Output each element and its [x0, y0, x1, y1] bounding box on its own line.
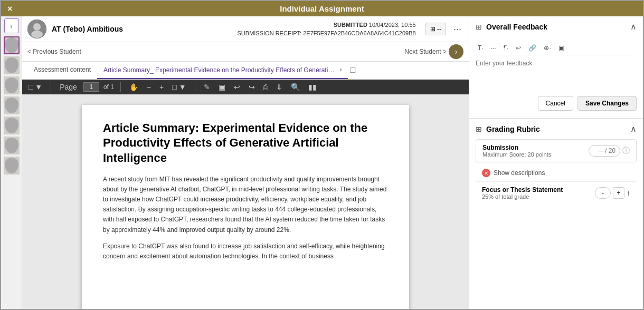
- cancel-button[interactable]: Cancel: [538, 96, 573, 111]
- window-title: Individual Assignment: [280, 4, 364, 13]
- nav-bar: < Previous Student Next Student > ›: [22, 42, 469, 62]
- focus-score-box[interactable]: -: [595, 187, 611, 199]
- receipt-label: SUBMISSION RECEIPT:: [238, 30, 302, 36]
- panel-toggle-button[interactable]: □ ▼: [26, 82, 44, 92]
- receipt-value: 2E7F5E97FA2B46CDA6A8A64C41C209B8: [303, 30, 415, 36]
- focus-info: Focus or Thesis Statement 25% of total g…: [482, 186, 595, 200]
- submitted-info: SUBMITTED 10/04/2023, 10:55 SUBMISSION R…: [238, 21, 416, 38]
- tab-chevron-icon: ›: [339, 66, 342, 73]
- feedback-editor: T· ··· ¶· ↩ 🔗 ⊕· ▣ Cancel Save Changes: [469, 37, 643, 118]
- submitted-label: SUBMITTED: [334, 22, 367, 28]
- thumbnail-2[interactable]: [4, 56, 20, 74]
- submission-max: Maximum Score: 20 points: [482, 151, 589, 158]
- rubric-section-icon: ⊞: [476, 125, 482, 133]
- grid-button[interactable]: ▮▮: [306, 82, 319, 92]
- svg-point-2: [31, 31, 43, 38]
- tabs-bar: Assessment content Article Summary_ Expe…: [22, 62, 469, 80]
- avatar: [27, 20, 46, 38]
- tab-article-summary[interactable]: Article Summary_ Experimental Evidence o…: [97, 62, 348, 79]
- at-mention-button[interactable]: ⊕·: [542, 43, 553, 53]
- up-arrow-button[interactable]: ↑: [627, 189, 630, 197]
- sidebar-toggle-button[interactable]: ›: [4, 18, 19, 33]
- page-total: of 1: [103, 83, 114, 91]
- pdf-toolbar: □ ▼ Page of 1 ✋ − + □ ▼ ✎ ▣ ↩ ↪ ⎙ ⇓ 🔍 ▮▮: [22, 80, 469, 94]
- media-button[interactable]: ▣: [556, 43, 566, 53]
- title-bar: × Individual Assignment: [1, 1, 643, 16]
- main-window: × Individual Assignment › AT (Tebo) Ambi…: [0, 0, 644, 310]
- zoom-out-button[interactable]: −: [145, 82, 153, 92]
- center-area: AT (Tebo) Ambitious SUBMITTED 10/04/2023…: [22, 16, 469, 309]
- undo-editor-button[interactable]: ↩: [514, 43, 523, 53]
- focus-name: Focus or Thesis Statement: [482, 186, 595, 193]
- annotate-button[interactable]: ✎: [202, 82, 212, 92]
- feedback-textarea[interactable]: [476, 60, 637, 91]
- student-name: AT (Tebo) Ambitious: [52, 25, 232, 33]
- thumbnail-4[interactable]: [4, 96, 20, 114]
- feedback-collapse-icon[interactable]: ∧: [630, 22, 637, 32]
- prev-student-button[interactable]: < Previous Student: [27, 48, 81, 55]
- page-number-input[interactable]: [83, 82, 99, 92]
- info-icon[interactable]: ⓘ: [622, 146, 630, 156]
- hide-descriptions-button[interactable]: ✕: [482, 169, 490, 177]
- rubric-header: ⊞ Grading Rubric ∧: [476, 124, 637, 134]
- add-score-button[interactable]: +: [613, 187, 624, 199]
- save-changes-button[interactable]: Save Changes: [577, 96, 637, 111]
- zoom-in-button[interactable]: +: [157, 82, 166, 92]
- view-toggle: ⊞ --: [425, 23, 446, 35]
- tab-assessment-content[interactable]: Assessment content: [27, 62, 97, 79]
- focus-pct: 25% of total grade: [482, 193, 595, 200]
- more-tools-button[interactable]: ···: [489, 43, 498, 53]
- undo-button[interactable]: ↩: [232, 82, 242, 92]
- feedback-actions: Cancel Save Changes: [476, 93, 637, 114]
- grid-view-button[interactable]: ⊞ --: [425, 23, 446, 35]
- next-student-button[interactable]: Next Student > ›: [404, 44, 463, 59]
- link-button[interactable]: 🔗: [526, 43, 538, 53]
- fit-page-button[interactable]: □ ▼: [170, 82, 188, 92]
- next-arrow-circle[interactable]: ›: [449, 44, 463, 59]
- show-descriptions-row: ✕ Show descriptions: [476, 167, 637, 181]
- thumbnail-3[interactable]: [4, 76, 20, 94]
- separator-1: [51, 82, 51, 92]
- focus-thesis-item: Focus or Thesis Statement 25% of total g…: [476, 181, 637, 204]
- close-button[interactable]: ×: [7, 4, 12, 14]
- focus-actions: - + ↑: [595, 187, 630, 199]
- copy-button[interactable]: ▣: [216, 82, 228, 92]
- separator-3: [195, 82, 195, 92]
- student-bar: AT (Tebo) Ambitious SUBMITTED 10/04/2023…: [22, 16, 469, 42]
- overall-feedback-title: Overall Feedback: [486, 23, 630, 31]
- search-button[interactable]: 🔍: [289, 82, 302, 92]
- pdf-para2: Exposure to ChatGPT was also found to in…: [103, 241, 388, 261]
- score-box: ⓘ: [589, 145, 630, 157]
- thumbnail-1[interactable]: [4, 36, 20, 54]
- separator-2: [120, 82, 121, 92]
- pdf-page: Article Summary: Experimental Evidence o…: [82, 105, 409, 309]
- thumbnail-7[interactable]: [4, 157, 20, 175]
- submission-name: Submission: [482, 144, 589, 151]
- pdf-para1: A recent study from MIT has revealed the…: [103, 175, 388, 235]
- editor-toolbar: T· ··· ¶· ↩ 🔗 ⊕· ▣: [476, 41, 637, 55]
- print-button[interactable]: ⎙: [261, 82, 270, 92]
- rubric-collapse-icon[interactable]: ∧: [630, 124, 637, 134]
- grading-rubric-title: Grading Rubric: [486, 125, 630, 133]
- drag-tool-button[interactable]: ✋: [127, 82, 140, 92]
- page-label: Page: [58, 82, 79, 92]
- doc-icon[interactable]: □: [348, 63, 357, 77]
- overall-feedback-header[interactable]: ⊞ Overall Feedback ∧: [469, 16, 643, 37]
- feedback-section-icon: ⊞: [476, 23, 482, 31]
- more-options-button[interactable]: ···: [451, 24, 463, 35]
- thumbnail-6[interactable]: [4, 137, 20, 154]
- download-button[interactable]: ⇓: [274, 82, 285, 92]
- left-sidebar: ›: [1, 16, 22, 309]
- paragraph-button[interactable]: ¶·: [501, 43, 511, 53]
- submission-info: Submission Maximum Score: 20 points: [482, 144, 589, 158]
- redo-button[interactable]: ↪: [247, 82, 257, 92]
- svg-point-1: [33, 23, 41, 31]
- text-format-button[interactable]: T·: [476, 43, 486, 53]
- thumbnail-5[interactable]: [4, 117, 20, 134]
- right-panel: ⊞ Overall Feedback ∧ T· ··· ¶· ↩ 🔗 ⊕· ▣: [469, 16, 643, 309]
- submitted-date: 10/04/2023, 10:55: [369, 22, 416, 28]
- main-content: › AT (Tebo) Ambitious SUBMITTED 10/04/20…: [1, 16, 643, 309]
- pdf-heading: Article Summary: Experimental Evidence o…: [103, 121, 388, 166]
- overall-feedback-section: ⊞ Overall Feedback ∧ T· ··· ¶· ↩ 🔗 ⊕· ▣: [469, 16, 643, 119]
- submission-score-input[interactable]: [589, 145, 620, 157]
